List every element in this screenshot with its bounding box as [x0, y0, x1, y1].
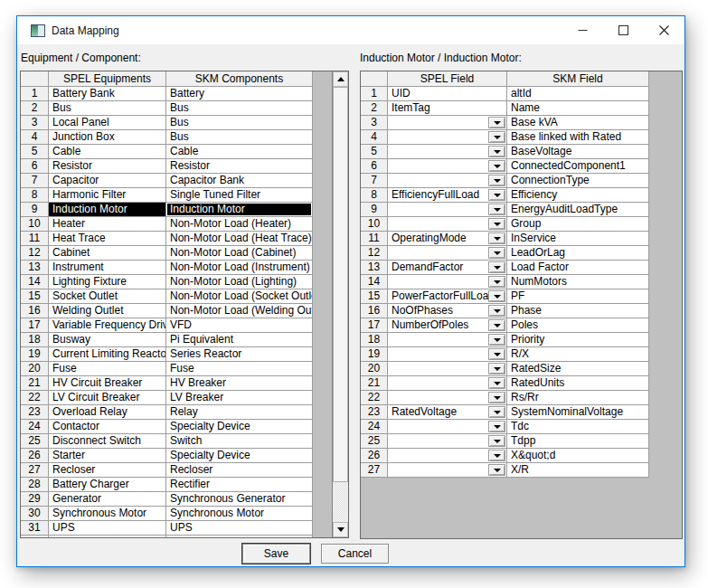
row-number-cell[interactable]: 19 — [361, 347, 388, 362]
row-number-cell[interactable]: 8 — [361, 188, 388, 203]
field-dropdown-button[interactable] — [488, 232, 505, 244]
field-dropdown-button[interactable] — [488, 204, 505, 215]
skm-component-cell[interactable]: Switch — [166, 434, 313, 449]
spel-equipment-cell[interactable]: Battery Bank — [49, 87, 166, 101]
skm-field-cell[interactable]: BaseVoltage — [507, 145, 649, 159]
field-dropdown-button[interactable] — [488, 334, 505, 346]
spel-field-cell[interactable] — [388, 145, 507, 159]
skm-component-cell[interactable]: LV Breaker — [166, 391, 313, 405]
field-dropdown-button[interactable] — [488, 406, 505, 418]
row-number-cell[interactable]: 1 — [361, 87, 388, 101]
spel-field-cell[interactable] — [388, 275, 507, 289]
row-number-cell[interactable]: 11 — [361, 232, 388, 246]
skm-field-cell[interactable]: Poles — [507, 318, 649, 333]
row-number-cell[interactable]: 21 — [21, 376, 49, 391]
spel-equipment-cell[interactable]: HV Circuit Breaker — [49, 376, 166, 391]
skm-field-cell[interactable]: Name — [507, 101, 649, 116]
spel-field-cell[interactable] — [388, 347, 507, 362]
row-number-cell[interactable]: 2 — [361, 101, 388, 116]
spel-equipment-cell[interactable]: Instrument — [49, 261, 166, 275]
spel-equipment-cell[interactable]: Contactor — [49, 420, 166, 434]
field-dropdown-button[interactable] — [488, 131, 505, 143]
minimize-button[interactable] — [562, 16, 603, 44]
row-number-cell[interactable]: 3 — [21, 116, 49, 130]
field-dropdown-button[interactable] — [488, 117, 505, 128]
scrollbar-up-button[interactable] — [333, 71, 348, 87]
skm-component-cell[interactable]: Non-Motor Load (Lighting) — [166, 275, 313, 289]
row-number-cell[interactable]: 24 — [21, 420, 49, 434]
field-dropdown-button[interactable] — [488, 160, 505, 172]
row-number-cell[interactable]: 26 — [21, 449, 49, 463]
spel-field-cell[interactable] — [388, 116, 507, 130]
spel-field-cell[interactable] — [388, 159, 507, 174]
spel-field-cell[interactable] — [388, 463, 507, 478]
skm-field-cell[interactable]: Tdc — [507, 420, 649, 434]
column-header-skm[interactable]: SKM Components — [166, 71, 313, 87]
row-number-cell[interactable]: 23 — [21, 405, 49, 420]
spel-equipment-cell[interactable]: Socket Outlet — [49, 289, 166, 304]
field-dropdown-button[interactable] — [488, 175, 505, 186]
skm-field-cell[interactable]: Base kVA — [507, 116, 649, 130]
spel-equipment-cell[interactable]: Capacitor — [49, 174, 166, 188]
column-header-spel[interactable]: SPEL Field — [388, 71, 507, 87]
spel-field-cell[interactable] — [388, 174, 507, 188]
spel-equipment-cell[interactable]: Junction Box — [49, 130, 166, 145]
skm-field-cell[interactable]: SystemNominalVoltage — [507, 405, 649, 420]
field-dropdown-button[interactable] — [488, 363, 505, 375]
field-dropdown-button[interactable] — [488, 247, 505, 259]
skm-field-cell[interactable]: X&quot;d — [507, 449, 649, 463]
spel-field-cell[interactable]: ItemTag — [388, 101, 507, 116]
spel-equipment-cell[interactable]: Variable Frequency Drive — [49, 318, 166, 333]
row-number-cell[interactable]: 17 — [21, 318, 49, 333]
spel-equipment-cell[interactable]: Disconnect Switch — [49, 434, 166, 449]
skm-component-cell[interactable]: Fuse — [166, 362, 313, 376]
spel-field-cell[interactable] — [388, 217, 507, 232]
save-button[interactable]: Save — [242, 544, 310, 564]
field-dropdown-button[interactable] — [488, 261, 505, 273]
field-dropdown-button[interactable] — [488, 435, 505, 447]
column-header-spel[interactable]: SPEL Equipments — [49, 71, 166, 87]
row-number-cell[interactable]: 18 — [21, 333, 49, 347]
skm-field-cell[interactable]: Efficiency — [507, 188, 649, 203]
spel-equipment-cell[interactable]: Overload Relay — [49, 405, 166, 420]
field-dropdown-button[interactable] — [488, 377, 505, 389]
skm-field-cell[interactable]: Rs/Rr — [507, 391, 649, 405]
spel-equipment-cell[interactable]: Heater — [49, 217, 166, 232]
row-number-cell[interactable]: 7 — [21, 174, 49, 188]
spel-field-cell[interactable] — [388, 449, 507, 463]
skm-field-cell[interactable]: ConnectedComponent1 — [507, 159, 649, 174]
field-dropdown-button[interactable] — [488, 392, 505, 403]
skm-component-cell[interactable]: Non-Motor Load (Socket Outlet) — [166, 289, 313, 304]
spel-equipment-cell[interactable]: Offsite Power — [49, 536, 166, 538]
skm-component-cell[interactable]: Induction Motor — [166, 203, 313, 217]
skm-field-cell[interactable]: Tdpp — [507, 434, 649, 449]
spel-field-cell[interactable] — [388, 362, 507, 376]
row-number-cell[interactable]: 6 — [361, 159, 388, 174]
row-number-cell[interactable]: 9 — [361, 203, 388, 217]
row-number-cell[interactable]: 27 — [361, 463, 388, 478]
spel-field-cell[interactable]: UID — [388, 87, 507, 101]
spel-field-cell[interactable] — [388, 434, 507, 449]
spel-field-cell[interactable] — [388, 246, 507, 261]
row-number-cell[interactable]: 1 — [21, 87, 49, 101]
skm-component-cell[interactable]: Bus — [166, 130, 313, 145]
skm-component-cell[interactable]: Specialty Device — [166, 420, 313, 434]
skm-field-cell[interactable]: Group — [507, 217, 649, 232]
row-number-cell[interactable]: 25 — [21, 434, 49, 449]
skm-field-cell[interactable]: Phase — [507, 304, 649, 318]
row-number-cell[interactable]: 15 — [21, 289, 49, 304]
skm-field-cell[interactable]: LeadOrLag — [507, 246, 649, 261]
row-number-cell[interactable]: 4 — [21, 130, 49, 145]
row-number-cell[interactable]: 11 — [21, 232, 49, 246]
row-number-cell[interactable]: 5 — [21, 145, 49, 159]
spel-field-cell[interactable] — [388, 376, 507, 391]
skm-component-cell[interactable]: VFD — [166, 318, 313, 333]
row-number-cell[interactable]: 25 — [361, 434, 388, 449]
scrollbar-track[interactable] — [333, 87, 348, 522]
row-number-cell[interactable]: 27 — [21, 463, 49, 478]
row-number-cell[interactable]: 4 — [361, 130, 388, 145]
row-number-cell[interactable]: 23 — [361, 405, 388, 420]
row-number-cell[interactable]: 9 — [21, 203, 49, 217]
row-number-cell[interactable]: 24 — [361, 420, 388, 434]
row-number-cell[interactable]: 14 — [21, 275, 49, 289]
